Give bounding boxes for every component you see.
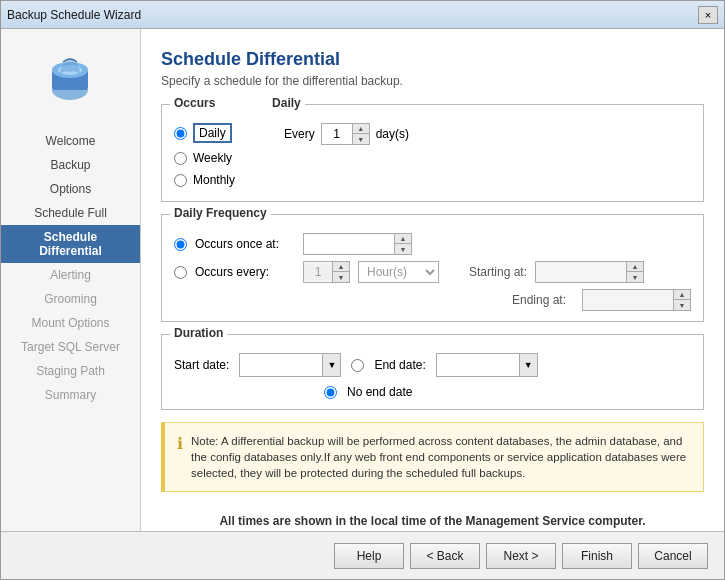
monthly-label[interactable]: Monthly xyxy=(193,173,235,187)
note-box: ℹ Note: A differential backup will be pe… xyxy=(161,422,704,492)
weekly-label[interactable]: Weekly xyxy=(193,151,232,165)
freq-unit-select[interactable]: Hour(s) Minute(s) xyxy=(358,261,439,283)
start-date-dropdown[interactable]: ▼ xyxy=(322,354,340,376)
sidebar-item-schedule-differential[interactable]: Schedule Differential xyxy=(1,225,140,263)
daily-radio[interactable] xyxy=(174,127,187,140)
duration-group: Duration Start date: 12/06/2019 ▼ End da… xyxy=(161,334,704,410)
once-at-spin-up[interactable]: ▲ xyxy=(395,234,411,244)
no-end-row: No end date xyxy=(174,385,691,399)
daily-frequency-group: Daily Frequency Occurs once at: 12:00:00… xyxy=(161,214,704,322)
every-label: Every xyxy=(284,127,315,141)
cancel-button[interactable]: Cancel xyxy=(638,543,708,569)
freq-every-value[interactable]: 1 xyxy=(304,263,332,281)
end-date-input[interactable]: 12/06/2019 ▼ xyxy=(436,353,538,377)
ending-at-label: Ending at: xyxy=(486,293,566,307)
freq-every-spinner-btns: ▲ ▼ xyxy=(332,262,349,282)
start-date-value[interactable]: 12/06/2019 xyxy=(240,356,322,374)
every-row: Every 1 ▲ ▼ day(s) xyxy=(284,123,409,145)
end-date-value[interactable]: 12/06/2019 xyxy=(437,356,519,374)
page-subtitle: Specify a schedule for the differential … xyxy=(161,74,704,88)
sidebar-item-grooming: Grooming xyxy=(1,287,140,311)
duration-title: Duration xyxy=(170,326,227,340)
back-button[interactable]: < Back xyxy=(410,543,480,569)
every-spinner[interactable]: 1 ▲ ▼ xyxy=(321,123,370,145)
start-date-input[interactable]: 12/06/2019 ▼ xyxy=(239,353,341,377)
no-end-radio[interactable] xyxy=(324,386,337,399)
note-icon: ℹ xyxy=(177,434,183,453)
sidebar-item-alerting: Alerting xyxy=(1,263,140,287)
backup-icon xyxy=(41,49,101,109)
note-text: Note: A differential backup will be perf… xyxy=(191,433,691,481)
starting-at-value[interactable]: 12:00:00 AM xyxy=(536,263,626,281)
no-end-label[interactable]: No end date xyxy=(347,385,412,399)
freq-every-spinner[interactable]: 1 ▲ ▼ xyxy=(303,261,350,283)
sidebar-item-welcome[interactable]: Welcome xyxy=(1,129,140,153)
ending-spin-up[interactable]: ▲ xyxy=(674,290,690,300)
sidebar: Welcome Backup Options Schedule Full Sch… xyxy=(1,29,141,531)
once-at-spin-down[interactable]: ▼ xyxy=(395,244,411,254)
occurs-every-row: Occurs every: 1 ▲ ▼ Hour(s) Minute(s) xyxy=(174,261,691,283)
monthly-radio[interactable] xyxy=(174,174,187,187)
every-spinner-buttons: ▲ ▼ xyxy=(352,124,369,144)
close-button[interactable]: × xyxy=(698,6,718,24)
daily-label[interactable]: Daily xyxy=(193,123,232,143)
starting-spin-down[interactable]: ▼ xyxy=(627,272,643,282)
sidebar-item-summary: Summary xyxy=(1,383,140,407)
finish-button[interactable]: Finish xyxy=(562,543,632,569)
every-value[interactable]: 1 xyxy=(322,125,352,143)
sidebar-item-options[interactable]: Options xyxy=(1,177,140,201)
button-bar: Help < Back Next > Finish Cancel xyxy=(1,531,724,579)
ending-at-spinner: ▲ ▼ xyxy=(673,290,690,310)
help-button[interactable]: Help xyxy=(334,543,404,569)
main-content: Welcome Backup Options Schedule Full Sch… xyxy=(1,29,724,531)
sidebar-item-schedule-full[interactable]: Schedule Full xyxy=(1,201,140,225)
every-freq-label[interactable]: Occurs every: xyxy=(195,265,295,279)
next-button[interactable]: Next > xyxy=(486,543,556,569)
every-spin-down[interactable]: ▼ xyxy=(353,134,369,144)
every-radio[interactable] xyxy=(174,266,187,279)
starting-at-spinner: ▲ ▼ xyxy=(626,262,643,282)
ending-at-value[interactable]: 11:59:59 PM xyxy=(583,291,673,309)
weekly-radio-row: Weekly xyxy=(174,151,264,165)
once-at-value[interactable]: 12:00:00 AM xyxy=(304,235,394,253)
sidebar-item-backup[interactable]: Backup xyxy=(1,153,140,177)
sidebar-header xyxy=(1,39,140,129)
once-at-radio[interactable] xyxy=(174,238,187,251)
date-row: Start date: 12/06/2019 ▼ End date: 12/06… xyxy=(174,353,691,377)
end-date-label[interactable]: End date: xyxy=(374,358,425,372)
weekly-radio[interactable] xyxy=(174,152,187,165)
monthly-radio-row: Monthly xyxy=(174,173,264,187)
freq-every-spin-up[interactable]: ▲ xyxy=(333,262,349,272)
daily-frequency-title: Daily Frequency xyxy=(170,206,271,220)
page-title: Schedule Differential xyxy=(161,49,704,70)
starting-at-input[interactable]: 12:00:00 AM ▲ ▼ xyxy=(535,261,644,283)
daily-radio-row: Daily xyxy=(174,123,264,143)
sidebar-item-target-sql-server: Target SQL Server xyxy=(1,335,140,359)
occurs-once-row: Occurs once at: 12:00:00 AM ▲ ▼ xyxy=(174,233,691,255)
sidebar-nav: Welcome Backup Options Schedule Full Sch… xyxy=(1,129,140,407)
days-label: day(s) xyxy=(376,127,409,141)
occurs-group-title: Occurs Daily xyxy=(170,96,305,110)
ending-at-row: Ending at: 11:59:59 PM ▲ ▼ xyxy=(174,289,691,311)
ending-spin-down[interactable]: ▼ xyxy=(674,300,690,310)
ending-at-input[interactable]: 11:59:59 PM ▲ ▼ xyxy=(582,289,691,311)
sidebar-item-mount-options: Mount Options xyxy=(1,311,140,335)
content-area: Schedule Differential Specify a schedule… xyxy=(141,29,724,531)
sidebar-item-staging-path: Staging Path xyxy=(1,359,140,383)
occurs-group: Occurs Daily Daily Weekly xyxy=(161,104,704,202)
end-date-dropdown[interactable]: ▼ xyxy=(519,354,537,376)
main-window: Backup Schedule Wizard × xyxy=(0,0,725,580)
starting-spin-up[interactable]: ▲ xyxy=(627,262,643,272)
once-at-time-input[interactable]: 12:00:00 AM ▲ ▼ xyxy=(303,233,412,255)
window-title: Backup Schedule Wizard xyxy=(7,8,141,22)
footer-note: All times are shown in the local time of… xyxy=(161,504,704,528)
once-at-spinner: ▲ ▼ xyxy=(394,234,411,254)
starting-at-label: Starting at: xyxy=(447,265,527,279)
freq-every-spin-down[interactable]: ▼ xyxy=(333,272,349,282)
once-at-label[interactable]: Occurs once at: xyxy=(195,237,295,251)
start-date-label: Start date: xyxy=(174,358,229,372)
every-spin-up[interactable]: ▲ xyxy=(353,124,369,134)
title-bar: Backup Schedule Wizard × xyxy=(1,1,724,29)
end-date-radio[interactable] xyxy=(351,359,364,372)
occurs-radio-group: Daily Weekly Monthly xyxy=(174,123,264,191)
